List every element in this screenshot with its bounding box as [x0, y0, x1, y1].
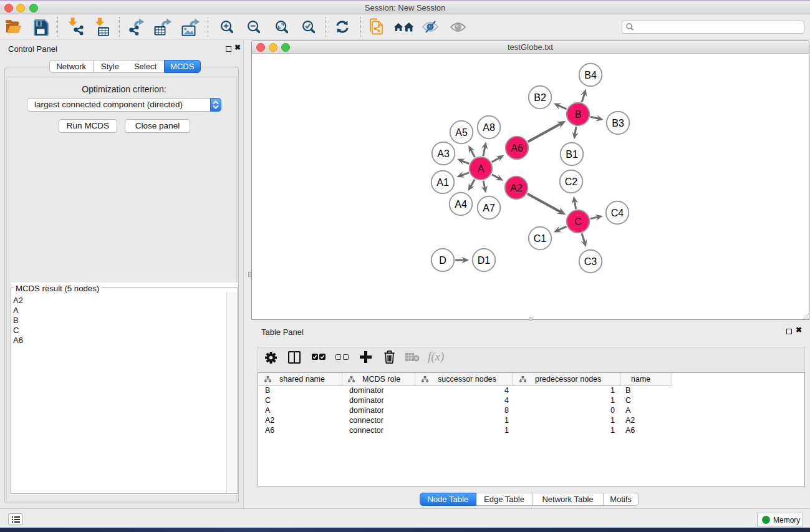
svg-text:A6: A6: [511, 143, 523, 153]
svg-text:B3: B3: [612, 118, 624, 128]
svg-text:C4: C4: [611, 208, 624, 218]
svg-text:A3: A3: [437, 148, 450, 159]
svg-text:C3: C3: [584, 256, 597, 267]
svg-text:B: B: [575, 109, 582, 120]
svg-text:A7: A7: [483, 203, 495, 213]
svg-text:A4: A4: [455, 199, 467, 210]
svg-text:B1: B1: [566, 149, 578, 160]
svg-text:C1: C1: [534, 233, 547, 244]
svg-text:A2: A2: [510, 183, 523, 193]
svg-text:A8: A8: [483, 122, 495, 133]
svg-text:B2: B2: [534, 92, 546, 103]
svg-text:D: D: [439, 255, 446, 266]
svg-text:D1: D1: [478, 255, 491, 266]
svg-text:A5: A5: [455, 127, 468, 138]
svg-text:C: C: [574, 216, 582, 227]
svg-text:B4: B4: [584, 70, 597, 80]
svg-text:A1: A1: [436, 177, 449, 188]
svg-text:A: A: [478, 163, 485, 174]
svg-text:C2: C2: [565, 177, 578, 187]
